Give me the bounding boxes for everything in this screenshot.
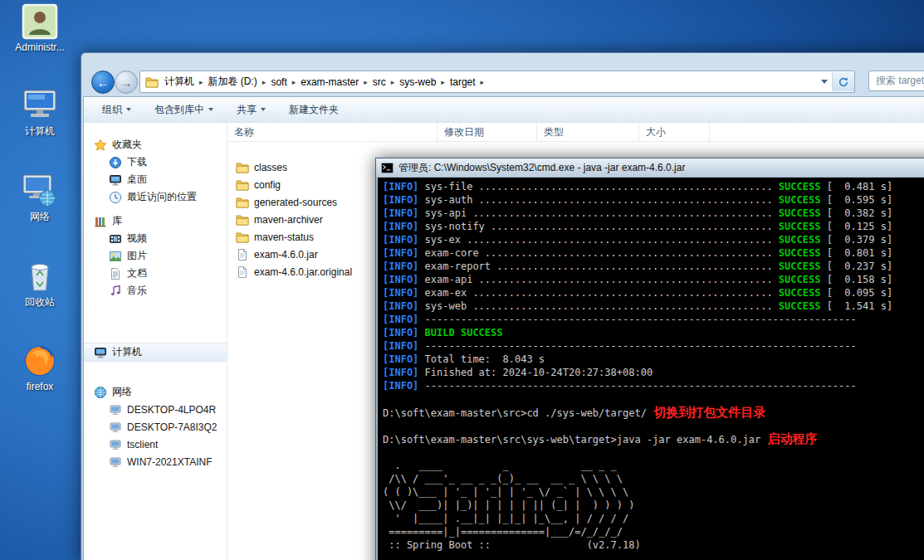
folder-icon <box>236 196 249 209</box>
sidebar-item-desktop-7a8i3q2[interactable]: DESKTOP-7A8I3Q2 <box>84 418 227 436</box>
breadcrumb-chevron-icon: ▸ <box>362 78 369 86</box>
breadcrumb-chevron-icon: ▸ <box>479 78 486 86</box>
sidebar-item-label: WIN7-2021XTAINF <box>127 456 212 468</box>
desktop-7a8i3q2-icon <box>109 421 122 434</box>
console-line: [INFO] sys-ex ..........................… <box>383 233 924 246</box>
new-folder-button[interactable]: 新建文件夹 <box>289 103 339 117</box>
sidebar-group-network: 网络DESKTOP-4LPO4RDESKTOP-7A8I3Q2tsclientW… <box>84 383 227 470</box>
console-line: [INFO] sys-file ........................… <box>383 180 924 193</box>
console-line: /\\ / ___'_ __ _ _(_)_ __ __ _ \ \ \ \ <box>383 472 924 485</box>
sidebar-item-libraries[interactable]: 库 <box>84 212 227 230</box>
sidebar-item-pictures[interactable]: 图片 <box>84 247 227 265</box>
console-line: [INFO] Total time: 8.043 s <box>383 353 924 366</box>
breadcrumb-chevron-icon: ▸ <box>389 78 397 86</box>
back-button[interactable]: ← <box>91 71 115 94</box>
column-header-label: 类型 <box>544 125 564 139</box>
console-line: :: Spring Boot :: (v2.7.18) <box>383 538 924 552</box>
folder-icon <box>236 231 249 244</box>
column-header-size[interactable]: 大小 <box>639 123 710 141</box>
breadcrumb-chevron-icon: ▸ <box>439 78 447 86</box>
sidebar-item-network[interactable]: 网络 <box>84 383 227 401</box>
file-icon <box>236 265 249 279</box>
refresh-button[interactable] <box>832 72 854 91</box>
console-line: D:\soft\exam-master\src\sys-web\target>j… <box>383 432 924 446</box>
chevron-down-icon <box>821 80 828 84</box>
desktop-icon-label: 回收站 <box>5 295 75 309</box>
desktop-icon-administrator[interactable]: Administr... <box>3 3 76 53</box>
computer-icon <box>22 86 58 123</box>
cmd-window: 管理员: C:\Windows\System32\cmd.exe - java … <box>375 158 924 560</box>
search-input[interactable]: 搜索 target <box>868 71 924 91</box>
libraries-icon <box>94 215 107 228</box>
recent-places-icon <box>109 191 122 204</box>
address-bar[interactable]: 计算机▸新加卷 (D:)▸soft▸exam-master▸src▸sys-we… <box>139 71 855 93</box>
breadcrumb-item[interactable]: src <box>369 76 389 88</box>
sidebar-item-favorites[interactable]: 收藏夹 <box>84 136 227 153</box>
sidebar-item-label: 音乐 <box>127 284 147 298</box>
sidebar-item-recent-places[interactable]: 最近访问的位置 <box>84 188 227 206</box>
sidebar-item-label: 库 <box>112 214 122 228</box>
breadcrumb-item[interactable]: exam-master <box>297 76 362 88</box>
breadcrumb-chevron-icon: ▸ <box>261 78 268 86</box>
sidebar-item-desktop[interactable]: 桌面 <box>84 171 227 188</box>
sidebar-item-label: 文档 <box>127 266 147 280</box>
column-header-type[interactable]: 类型 <box>537 123 639 141</box>
breadcrumb-item[interactable]: target <box>447 76 479 88</box>
dropdown-arrow-icon <box>208 108 213 111</box>
sidebar-item-label: 视频 <box>127 231 147 246</box>
file-name: config <box>254 179 281 191</box>
sidebar-item-label: 网络 <box>112 385 132 399</box>
console-line: [INFO] sys-notify ......................… <box>383 220 924 233</box>
pictures-icon <box>109 250 122 263</box>
desktop-icon-network[interactable]: 网络 <box>3 172 76 224</box>
toolbar-button-label: 组织 <box>102 103 122 117</box>
desktop: Administr...计算机网络回收站firefox ← → 计算机▸新加卷 … <box>0 0 924 560</box>
sidebar-item-documents[interactable]: 文档 <box>84 265 227 282</box>
desktop-icon-label: Administr... <box>5 41 75 53</box>
network-icon <box>94 386 107 399</box>
console-output[interactable]: [INFO] sys-file ........................… <box>378 178 924 560</box>
console-line: [INFO] ---------------------------------… <box>383 339 924 353</box>
address-dropdown-button[interactable] <box>817 72 832 91</box>
desktop-icon-recycle-bin[interactable]: 回收站 <box>3 257 76 309</box>
sidebar-item-desktop-4lpo4r[interactable]: DESKTOP-4LPO4R <box>84 401 227 418</box>
desktop-icon <box>109 173 122 187</box>
forward-button[interactable]: → <box>115 71 138 94</box>
include-in-library-button[interactable]: 包含到库中 <box>154 103 213 117</box>
sidebar-group-favorites: 收藏夹下载桌面最近访问的位置 <box>84 136 227 206</box>
firefox-icon <box>22 343 58 379</box>
breadcrumb-item[interactable]: 新加卷 (D:) <box>205 75 261 89</box>
folder-icon <box>236 213 249 226</box>
sidebar-item-downloads[interactable]: 下载 <box>84 153 227 171</box>
column-header-name[interactable]: 名称 <box>227 123 438 141</box>
sidebar-item-tsclient[interactable]: tsclient <box>84 436 227 453</box>
computer-icon <box>94 346 107 359</box>
file-icon <box>236 248 249 261</box>
dropdown-arrow-icon <box>126 108 131 111</box>
desktop-icon-firefox[interactable]: firefox <box>3 343 76 392</box>
refresh-icon <box>838 76 849 88</box>
file-name: generated-sources <box>254 197 337 208</box>
desktop-icon-computer[interactable]: 计算机 <box>3 86 76 139</box>
share-button[interactable]: 共享 <box>237 103 266 117</box>
column-header-label: 修改日期 <box>444 125 484 139</box>
console-line: D:\soft\exam-master\src>cd ./sys-web/tar… <box>383 406 924 419</box>
cmd-titlebar[interactable]: 管理员: C:\Windows\System32\cmd.exe - java … <box>376 158 924 178</box>
sidebar-item-computer[interactable]: 计算机 <box>84 343 227 362</box>
column-header-date-modified[interactable]: 修改日期 <box>438 123 537 141</box>
sidebar-item-win7-2021xtainf[interactable]: WIN7-2021XTAINF <box>84 453 227 470</box>
downloads-icon <box>109 156 122 169</box>
cmd-icon <box>381 163 394 173</box>
file-name: exam-4.6.0.jar <box>254 249 318 261</box>
favorites-icon <box>94 139 107 152</box>
breadcrumb-item[interactable]: 计算机 <box>161 75 198 89</box>
console-line: [INFO] exam-ex .........................… <box>383 286 924 299</box>
breadcrumb: 计算机▸新加卷 (D:)▸soft▸exam-master▸src▸sys-we… <box>161 75 817 89</box>
sidebar-item-videos[interactable]: 视频 <box>84 230 227 247</box>
breadcrumb-item[interactable]: sys-web <box>396 76 439 88</box>
sidebar-item-music[interactable]: 音乐 <box>84 282 227 299</box>
console-line: [INFO] sys-web .........................… <box>383 299 924 313</box>
console-line: [INFO] ---------------------------------… <box>383 379 924 392</box>
organize-button[interactable]: 组织 <box>102 103 131 117</box>
breadcrumb-item[interactable]: soft <box>267 76 290 88</box>
